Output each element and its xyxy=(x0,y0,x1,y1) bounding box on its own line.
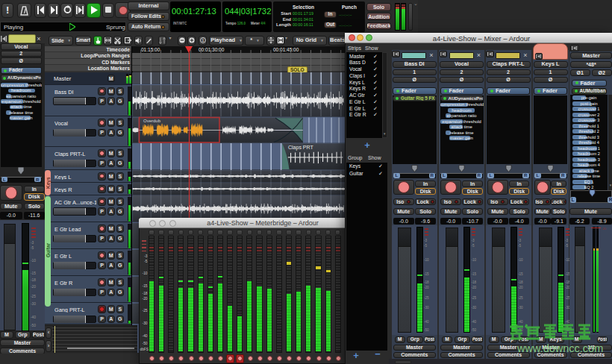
svg-text:1: 1 xyxy=(202,38,204,43)
svg-text:Overdub: Overdub xyxy=(143,119,161,123)
svg-text:www.downcc.com: www.downcc.com xyxy=(516,342,603,354)
svg-text:Claps PRT: Claps PRT xyxy=(288,145,313,151)
